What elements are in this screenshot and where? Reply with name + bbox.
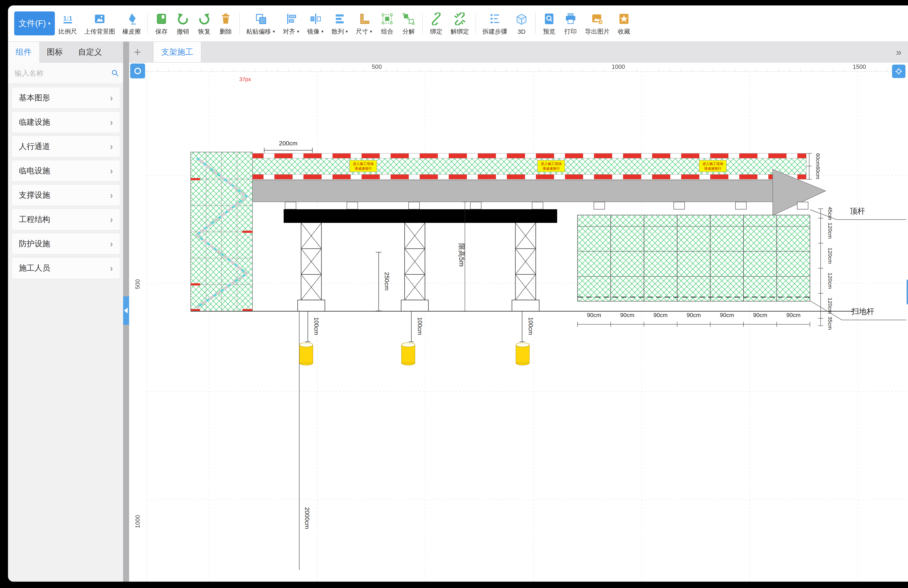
svg-text:60cm: 60cm [815,153,821,166]
canvas-column: + 支架施工 » 500 1000 1500 500 1000 [129,42,908,582]
sidebar-canvas-divider[interactable] [123,42,129,582]
save-icon [155,11,168,25]
svg-text:90cm: 90cm [587,312,601,318]
sidebar-search [8,63,123,84]
lattice-column [298,223,325,311]
paste-offset-button[interactable]: 粘贴偏移▼ [243,7,279,40]
sidebar-item-construction-workers[interactable]: 施工人员› [11,257,120,279]
build-steps-button[interactable]: 拆建步骤 [479,7,511,40]
eraser-icon [125,11,138,25]
bind-button[interactable]: 绑定 [425,7,447,40]
collapse-panel-handle[interactable] [906,280,908,305]
svg-text:100cm: 100cm [527,317,534,335]
toolbar-separator [239,13,240,34]
sidebar-item-pedestrian-passage[interactable]: 人行通道› [11,136,120,157]
foundation-cylinders[interactable] [299,343,530,365]
leader-top-rod: 顶杆 [810,207,906,220]
sidebar-item-basic-shapes[interactable]: 基本图形› [11,87,120,109]
chevron-right-icon: › [110,141,113,152]
tab-icons[interactable]: 图标 [39,42,71,62]
cylinder [299,343,313,365]
horizontal-ruler: 500 1000 1500 [129,63,908,72]
chevron-right-icon: › [110,238,113,249]
dim-100cm-group: 100cm 100cm 100cm [305,311,534,342]
fit-to-screen-button[interactable] [892,64,905,78]
preview-button[interactable]: 预览 [538,7,560,40]
stair-tower[interactable] [191,152,253,311]
search-input[interactable] [14,69,108,77]
svg-text:2000cm: 2000cm [304,507,311,529]
ungroup-button[interactable]: 分解 [398,7,419,40]
double-chevron-icon[interactable]: » [896,47,902,58]
chevron-right-icon: › [110,190,113,200]
app-window: 文件(F) ▾ 1:1 比例尺 上传背景图 橡皮擦 保存 撤销 恢复 [8,5,908,582]
scaffold-construction-drawing: 37px 2000cm [129,72,908,582]
group-button[interactable]: 组合 [377,7,398,40]
drawing-canvas[interactable]: 500 1000 [129,72,908,582]
toolbar-separator [476,13,476,34]
tab-custom[interactable]: 自定义 [71,42,110,62]
component-category-list: 基本图形› 临建设施› 人行通道› 临电设施› 支撑设施› 工程结构› 防护设施… [8,84,123,281]
svg-text:请减速慢行: 请减速慢行 [355,167,372,170]
redo-icon [198,11,211,25]
magnifier-icon [543,11,555,25]
dimension-button[interactable]: 尺寸▼ [352,7,377,40]
sidebar-item-protective-facilities[interactable]: 防护设施› [11,233,120,255]
printer-icon [564,11,577,25]
unbind-button[interactable]: 解绑定 [447,7,473,40]
sidebar-item-temporary-facilities[interactable]: 临建设施› [11,111,120,133]
cap-beam[interactable] [284,209,557,223]
new-document-tab-button[interactable]: + [129,42,146,62]
search-icon[interactable] [111,69,119,77]
upload-background-button[interactable]: 上传背景图 [80,7,119,40]
toolbar-separator [535,13,536,34]
align-icon [285,11,298,25]
measure-overlay-label: 37px [239,76,251,82]
favorite-button[interactable]: 收藏 [613,7,635,40]
distribute-button[interactable]: 散列▼ [328,7,352,40]
sidebar-item-support-facilities[interactable]: 支撑设施› [11,184,120,206]
image-icon [93,11,106,25]
save-button[interactable]: 保存 [151,7,172,40]
delete-button[interactable]: 删除 [215,7,237,40]
link-icon [430,11,443,25]
svg-text:60cm: 60cm [815,166,821,179]
toolbar-separator [422,13,423,34]
scaffold-mesh-wall[interactable] [578,215,810,301]
dropdown-arrow-icon: ▼ [369,30,373,34]
safety-barrier[interactable]: 进入施工现场 请减速慢行 进入施工现场 请减速慢行 进入施工现场 请减速慢行 [253,153,806,179]
redo-button[interactable]: 恢复 [193,7,215,40]
caret-down-icon: ▾ [48,21,50,26]
scale-1-1-icon: 1:1 [61,11,74,25]
sidebar-item-engineering-structure[interactable]: 工程结构› [11,209,120,230]
lattice-columns[interactable] [298,223,539,311]
file-menu-button[interactable]: 文件(F) ▾ [14,11,55,35]
sidebar-item-temporary-power[interactable]: 临电设施› [11,160,120,182]
export-image-button[interactable]: 导出图片 [581,7,613,40]
svg-text:90cm: 90cm [720,312,734,318]
view-3d-button[interactable]: 3D [511,7,532,40]
scale-ruler-button[interactable]: 1:1 比例尺 [55,7,80,40]
svg-text:120cm: 120cm [827,222,833,239]
bearing-pads [285,202,808,209]
dropdown-arrow-icon: ▼ [321,30,324,34]
print-button[interactable]: 打印 [560,7,581,40]
ruler-origin-button[interactable] [130,64,145,79]
chevron-right-icon: › [110,165,113,176]
svg-text:90cm: 90cm [687,312,701,318]
align-button[interactable]: 对齐▼ [279,7,304,40]
eraser-button[interactable]: 橡皮擦 [119,7,145,40]
link-broken-icon [454,11,466,25]
mirror-button[interactable]: 镜像▼ [304,7,328,40]
tab-components[interactable]: 组件 [8,42,39,63]
sidebar-tabs: 组件 图标 自定义 [8,42,123,63]
trash-icon [219,11,232,25]
svg-text:进入施工现场: 进入施工现场 [702,162,723,166]
document-tab-active[interactable]: 支架施工 [153,42,201,62]
svg-text:90cm: 90cm [753,312,767,318]
collapse-sidebar-handle[interactable] [123,296,129,325]
warning-sign: 进入施工现场 请减速慢行 [699,160,726,172]
undo-button[interactable]: 撤销 [172,7,193,40]
chevron-right-icon: › [110,93,113,103]
dropdown-arrow-icon: ▼ [296,30,300,34]
